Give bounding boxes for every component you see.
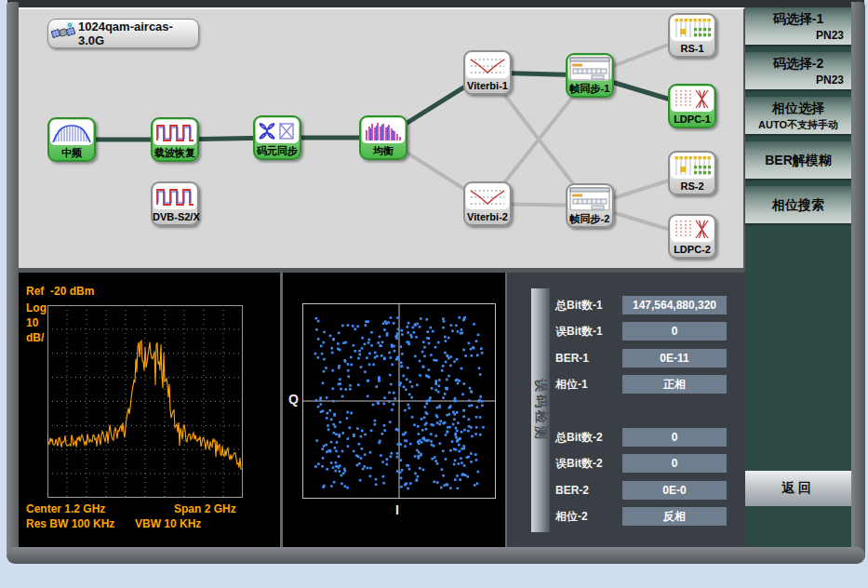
sidebar-button-label: BER解模糊	[745, 141, 851, 179]
sidebar-button-1[interactable]: 码选择-1PN23	[745, 7, 851, 45]
window-frame-top	[7, 0, 864, 7]
ber-row-value: 0E-0	[622, 481, 727, 500]
sidebar-button-2[interactable]: 码选择-2PN23	[745, 52, 851, 89]
rs-icon	[671, 16, 714, 41]
node-label: RS-1	[670, 41, 714, 56]
node-label: RS-2	[670, 179, 714, 194]
node-dvbs2x[interactable]: DVB-S2/X	[151, 181, 199, 226]
ber-row-value: 0	[622, 454, 727, 473]
spectrum-rbw-label: Res BW 100 KHz	[26, 517, 114, 530]
ldpc-icon	[671, 87, 714, 112]
wave-icon	[154, 120, 196, 145]
ber-row-value: 0	[622, 428, 727, 447]
frame-icon	[568, 186, 611, 211]
trellis-icon	[466, 184, 509, 209]
screen: 1024qam-aircas-3.0G 中频载波恢复码元同步均衡DVB-S2/X…	[0, 0, 868, 588]
constellation-plot	[302, 303, 496, 499]
ber-row-label: 误Bit数-1	[555, 322, 621, 341]
eye-icon	[256, 118, 299, 143]
ber-row-label: BER-1	[555, 349, 621, 368]
window-frame-left	[7, 2, 19, 553]
rs-icon	[671, 154, 714, 179]
node-rs1[interactable]: RS-1	[668, 13, 716, 58]
frame-icon	[568, 56, 611, 81]
sidebar-button-label: 相位选择	[745, 97, 851, 117]
node-label: 载波恢复	[153, 145, 197, 160]
node-mayuan[interactable]: 码元同步	[253, 115, 301, 160]
ber-row-label: BER-2	[555, 481, 621, 500]
node-viterbi1[interactable]: Viterbi-1	[463, 50, 512, 95]
constellation-panel: Q I	[283, 273, 505, 547]
ber-row-value: 147,564,880,320	[622, 296, 727, 314]
spectrum-center-label: Center 1.2 GHz	[26, 502, 105, 515]
ber-row-value: 反相	[622, 507, 727, 526]
node-ldpc2[interactable]: LDPC-2	[668, 214, 716, 259]
sidebar-button-3[interactable]: 相位选择AUTO不支持手动	[745, 97, 851, 134]
node-label: 帧同步-2	[568, 211, 612, 226]
trellis-icon	[466, 53, 509, 78]
ber-row-label: 总Bit数-2	[555, 428, 621, 447]
node-label: 均衡	[361, 143, 406, 158]
sidebar-button-4[interactable]: BER解模糊	[745, 141, 851, 179]
i-axis-label: I	[395, 502, 399, 517]
node-label: 中频	[49, 145, 94, 160]
satellite-icon	[51, 20, 75, 47]
flowgraph-panel: 1024qam-aircas-3.0G 中频载波恢复码元同步均衡DVB-S2/X…	[19, 7, 745, 268]
node-viterbi2[interactable]: Viterbi-2	[463, 181, 512, 226]
sidebar-button-value: AUTO不支持手动	[745, 117, 851, 132]
node-zhen2[interactable]: 帧同步-2	[566, 183, 614, 228]
ber-row-label: 误Bit数-2	[555, 454, 621, 473]
window-frame-right	[851, 2, 865, 562]
spectrum-span-label: Span 2 GHz	[174, 502, 236, 515]
spectrum-scale-label: Log	[26, 301, 47, 314]
sidebar-button-label: 相位搜索	[745, 186, 851, 223]
node-junheng[interactable]: 均衡	[359, 115, 407, 160]
ber-row-label: 相位-2	[555, 507, 621, 526]
node-ldpc1[interactable]: LDPC-1	[668, 84, 716, 128]
sidebar-button-label: 码选择-2	[745, 52, 851, 73]
node-zaibo[interactable]: 载波恢复	[151, 117, 199, 162]
node-zhen1[interactable]: 帧同步-1	[566, 53, 614, 98]
ber-row-label: 相位-1	[555, 375, 621, 394]
ber-row-value: 0	[622, 322, 727, 341]
spectrum-vbw-label: VBW 10 KHz	[135, 517, 201, 530]
spectrum-icon	[50, 120, 93, 145]
ber-side-label: 误码检测	[532, 379, 549, 442]
spectrum-plot	[47, 305, 243, 498]
node-rs2[interactable]: RS-2	[668, 151, 716, 195]
node-label: 码元同步	[255, 143, 300, 158]
sidebar-button-value: PN23	[745, 28, 851, 43]
ldpc-icon	[671, 217, 714, 242]
spectrum-panel: Ref -20 dBm Log 10 dB/ Center 1.2 GHz Sp…	[19, 273, 280, 547]
spectrum-ref-label: Ref -20 dBm	[26, 285, 94, 298]
node-label: LDPC-1	[670, 112, 714, 127]
window-frame-bottom	[7, 547, 865, 564]
sidebar-button-5[interactable]: 相位搜索	[745, 186, 851, 223]
wave-icon	[154, 184, 196, 209]
ber-side-tab: 误码检测	[531, 288, 550, 532]
ber-row-value: 0E-11	[622, 349, 727, 368]
q-axis-label: Q	[288, 392, 299, 407]
signal-title-label: 1024qam-aircas-3.0G	[78, 20, 193, 47]
spectrum-scale-label: dB/	[26, 331, 44, 344]
back-button[interactable]: 返回	[745, 471, 851, 506]
node-zhongpin[interactable]: 中频	[47, 117, 96, 162]
node-label: Viterbi-2	[465, 209, 510, 224]
bars-icon	[362, 118, 405, 143]
sidebar: 码选择-1PN23码选择-2PN23相位选择AUTO不支持手动BER解模糊相位搜…	[745, 7, 851, 547]
node-label: DVB-S2/X	[153, 209, 197, 224]
node-label: Viterbi-1	[465, 78, 510, 93]
sidebar-button-value: PN23	[745, 73, 851, 87]
node-label: 帧同步-1	[568, 81, 612, 96]
ber-row-value: 正相	[622, 375, 727, 394]
sidebar-button-label: 码选择-1	[745, 7, 851, 28]
signal-title-button[interactable]: 1024qam-aircas-3.0G	[47, 19, 199, 48]
ber-row-label: 总Bit数-1	[555, 296, 621, 314]
ber-panel: 误码检测 总Bit数-1147,564,880,320误Bit数-10BER-1…	[507, 273, 745, 547]
spectrum-scale-label: 10	[26, 316, 38, 329]
node-label: LDPC-2	[670, 242, 714, 257]
